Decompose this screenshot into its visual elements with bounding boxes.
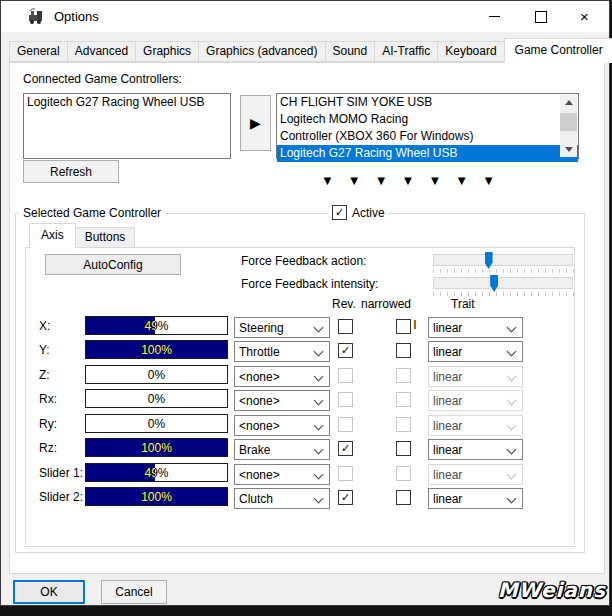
ff-intensity-slider[interactable] [433, 277, 573, 289]
assign-arrow-button[interactable]: ▶ [240, 95, 271, 151]
list-item[interactable]: Logitech G27 Racing Wheel USB [24, 94, 230, 111]
chevron-down-icon [314, 372, 324, 382]
axis-value-bar: 49% 49% [85, 316, 228, 335]
axis-value-bar: 0% 0% [85, 365, 228, 384]
chevron-down-icon [507, 372, 517, 382]
available-controllers-listbox[interactable]: CH FLIGHT SIM YOKE USB Logitech MOMO Rac… [276, 93, 579, 159]
chevron-down-icon [314, 421, 324, 431]
close-button[interactable]: × [562, 1, 607, 32]
list-item[interactable]: Logitech MOMO Racing [277, 111, 578, 128]
rev-checkbox[interactable]: ✓ [338, 343, 353, 358]
tab-graphics-advanced[interactable]: Graphics (advanced) [198, 41, 325, 62]
rev-checkbox[interactable] [338, 319, 353, 334]
narrowed-checkbox[interactable] [396, 343, 411, 358]
locomotive-icon [27, 7, 46, 26]
axis-label: Slider 1: [39, 466, 83, 480]
narrowed-checkbox [396, 417, 411, 432]
maximize-button[interactable] [518, 1, 563, 32]
active-checkbox[interactable]: ✓ [332, 205, 347, 220]
scroll-up-icon [565, 100, 573, 105]
narrowed-checkbox [396, 466, 411, 481]
ok-button[interactable]: OK [13, 580, 85, 604]
header-rev: Rev. [332, 297, 356, 311]
cancel-button[interactable]: Cancel [101, 580, 167, 604]
minimize-button[interactable] [472, 1, 517, 32]
axis-value-fill: 100% [86, 439, 227, 456]
tab-keyboard[interactable]: Keyboard [437, 41, 504, 62]
connected-controllers-listbox[interactable]: Logitech G27 Racing Wheel USB [23, 93, 231, 159]
function-select[interactable]: <none> [234, 390, 330, 411]
trait-select[interactable]: linear [428, 488, 523, 509]
trait-select: linear [428, 415, 523, 436]
tab-general[interactable]: General [9, 41, 68, 62]
ff-intensity-ticks [433, 292, 574, 296]
right-arrow-icon: ▶ [250, 115, 261, 131]
tab-buttons[interactable]: Buttons [75, 227, 136, 248]
axis-row-ry: Ry: 0% 0% <none> linear [1, 414, 597, 436]
axis-value-fill: 100% [86, 488, 227, 505]
scroll-up-button[interactable] [560, 95, 577, 110]
chevron-down-icon [507, 396, 517, 406]
trait-select[interactable]: linear [428, 439, 523, 460]
axis-value-fill: 49% [86, 317, 155, 334]
chevron-down-icon [507, 421, 517, 431]
title-bar[interactable]: Options × [1, 1, 609, 32]
list-item[interactable]: Controller (XBOX 360 For Windows) [277, 128, 578, 145]
tab-graphics[interactable]: Graphics [135, 41, 199, 62]
listbox-scrollbar[interactable] [560, 95, 577, 157]
text-cursor-mark [414, 320, 416, 329]
bottom-strip [0, 607, 612, 616]
narrowed-checkbox[interactable] [396, 441, 411, 456]
trait-select[interactable]: linear [428, 341, 523, 362]
scroll-down-icon [565, 147, 573, 152]
trait-select[interactable]: linear [428, 317, 523, 338]
chevron-down-icon [314, 323, 324, 333]
refresh-button[interactable]: Refresh [23, 160, 119, 183]
trait-select: linear [428, 390, 523, 411]
axis-value-fill: 49% [86, 464, 155, 481]
axis-value-bar: 100% 100% [85, 487, 228, 506]
function-select[interactable]: Steering [234, 317, 330, 338]
close-icon: × [580, 9, 589, 24]
tab-ai-traffic[interactable]: AI-Traffic [374, 41, 438, 62]
tab-advanced[interactable]: Advanced [67, 41, 136, 62]
header-trait: Trait [451, 297, 475, 311]
function-select[interactable]: Throttle [234, 341, 330, 362]
rev-checkbox [338, 392, 353, 407]
autoconfig-button[interactable]: AutoConfig [45, 254, 181, 275]
chevron-down-icon [507, 323, 517, 333]
list-item[interactable]: CH FLIGHT SIM YOKE USB [277, 94, 578, 111]
rev-checkbox [338, 466, 353, 481]
header-narrowed: narrowed [361, 297, 411, 311]
rev-checkbox[interactable]: ✓ [338, 490, 353, 505]
list-item-selected[interactable]: Logitech G27 Racing Wheel USB [277, 145, 578, 162]
narrowed-checkbox [396, 368, 411, 383]
axis-label: Y: [39, 343, 50, 357]
narrowed-checkbox[interactable] [396, 319, 411, 334]
tab-axis[interactable]: Axis [29, 223, 76, 249]
rev-checkbox [338, 368, 353, 383]
tab-game-controller[interactable]: Game Controller [504, 38, 612, 63]
function-select[interactable]: Clutch [234, 488, 330, 509]
scrollbar-thumb[interactable] [560, 113, 577, 131]
ff-action-label: Force Feedback action: [241, 254, 366, 268]
function-select[interactable]: Brake [234, 439, 330, 460]
function-select[interactable]: <none> [234, 415, 330, 436]
axis-value-bar: 0% 0% [85, 414, 228, 433]
tab-sound[interactable]: Sound [325, 41, 376, 62]
function-select[interactable]: <none> [234, 464, 330, 485]
axis-label: Ry: [39, 417, 57, 431]
ff-action-slider[interactable] [433, 254, 573, 266]
axis-label: Rx: [39, 392, 57, 406]
watermark: MWeians [498, 578, 606, 602]
groupbox-label: Selected Game Controller [19, 206, 165, 220]
scroll-down-button[interactable] [560, 142, 577, 157]
axis-row-slider2: Slider 2: 100% 100% Clutch ✓ linear [1, 487, 597, 509]
narrowed-checkbox[interactable] [396, 490, 411, 505]
trait-select: linear [428, 366, 523, 387]
function-select[interactable]: <none> [234, 366, 330, 387]
axis-label: Z: [39, 368, 50, 382]
axis-value-bar: 49% 49% [85, 463, 228, 482]
axis-buttons-tabstrip: Axis Buttons [29, 223, 134, 248]
rev-checkbox[interactable]: ✓ [338, 441, 353, 456]
